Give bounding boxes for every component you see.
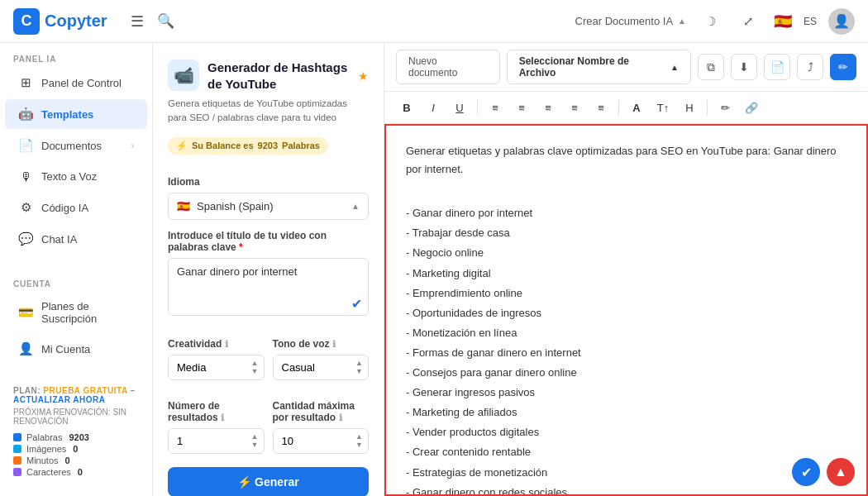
- titulo-input[interactable]: Ganar dinero por internet: [168, 258, 369, 316]
- mic-icon: 🎙: [18, 169, 33, 184]
- list-item: - Negocio online: [406, 243, 847, 263]
- creatividad-input[interactable]: [169, 355, 246, 379]
- pen-btn[interactable]: ✏: [714, 97, 736, 118]
- list-btn[interactable]: ≡: [590, 97, 612, 118]
- sidebar-item-templates[interactable]: 🤖 Templates: [5, 99, 147, 129]
- topnav-icons: ☰ 🔍: [131, 12, 174, 31]
- plan-name: PRUEBA GRATUITA: [43, 386, 127, 395]
- cantidad-caret[interactable]: ▲▼: [351, 432, 368, 449]
- idioma-select[interactable]: 🇪🇸 Spanish (Spain) ▲: [168, 193, 369, 220]
- sidebar-item-panel[interactable]: ⊞ Panel de Control: [5, 68, 147, 98]
- edit-btn[interactable]: ✏: [830, 54, 856, 80]
- app-logo: C Copyter: [13, 8, 107, 35]
- tab-nuevo-documento[interactable]: Nuevo documento: [396, 50, 500, 84]
- align-center-btn[interactable]: ≡: [511, 97, 532, 118]
- tool-icon: 📹: [168, 60, 199, 91]
- credit-dot-imagenes: [13, 445, 21, 453]
- crear-label: Crear Documento IA: [575, 15, 674, 27]
- num-resultados-caret[interactable]: ▲▼: [246, 432, 264, 449]
- idioma-value: Spanish (Spain): [197, 200, 274, 212]
- sidebar-item-label: Planes de Suscripción: [41, 300, 134, 325]
- crear-documento-btn[interactable]: Crear Documento IA ▲: [575, 15, 686, 27]
- list-item: - Ganar dinero con redes sociales: [406, 483, 847, 496]
- editor-toolbar: B I U ≡ ≡ ≡ ≡ ≡ A T↑ H ✏ 🔗: [384, 92, 868, 124]
- tab-seleccionar-archivo[interactable]: Seleccionar Nombre de Archivo ▲: [507, 50, 691, 84]
- editor-content[interactable]: Generar etiquetas y palabras clave optim…: [406, 142, 847, 496]
- editor-fab-scroll[interactable]: ▲: [827, 458, 855, 486]
- list-item: - Trabajar desde casa: [406, 223, 847, 243]
- credit-caracteres: Caracteres 0: [13, 467, 139, 477]
- align-justify-btn[interactable]: ≡: [564, 97, 585, 118]
- align-left-btn[interactable]: ≡: [484, 97, 506, 118]
- sidebar-item-mi-cuenta[interactable]: 👤 Mi Cuenta: [5, 334, 147, 364]
- align-right-btn[interactable]: ≡: [537, 97, 559, 118]
- creatividad-info-icon[interactable]: ℹ: [225, 339, 228, 349]
- sidebar-item-planes[interactable]: 💳 Planes de Suscripción: [5, 293, 147, 332]
- cantidad-group: Cantidad máxima por resultado ℹ ▲▼: [273, 390, 370, 454]
- sidebar-item-chat-ia[interactable]: 💬 Chat IA: [5, 224, 147, 254]
- plan-prefix: PLAN:: [13, 386, 43, 395]
- editor-area[interactable]: Generar etiquetas y palabras clave optim…: [384, 124, 868, 496]
- tono-info-icon[interactable]: ℹ: [332, 339, 336, 349]
- doc-btn[interactable]: 📄: [764, 54, 790, 80]
- sidebar-item-label: Chat IA: [41, 233, 77, 246]
- cantidad-input[interactable]: [274, 429, 351, 453]
- creatividad-label: Creatividad ℹ: [168, 338, 265, 350]
- credit-type: Minutos: [26, 455, 59, 465]
- list-item: - Vender productos digitales: [406, 422, 847, 442]
- sidebar-item-codigo-ia[interactable]: ⚙ Código IA: [5, 193, 147, 222]
- creatividad-select[interactable]: ▲▼: [168, 355, 265, 380]
- sidebar-item-label: Texto a Voz: [41, 170, 97, 183]
- share-btn[interactable]: ⤴: [797, 54, 823, 80]
- upgrade-link[interactable]: ACTUALIZAR AHORA: [13, 395, 106, 404]
- balance-unit: Palabras: [282, 141, 320, 150]
- options-grid: Creatividad ℹ ▲▼ Tono de voz ℹ ▲▼: [168, 328, 369, 380]
- link-btn[interactable]: 🔗: [741, 97, 762, 118]
- balance-value: 9203: [258, 141, 278, 150]
- dark-mode-btn[interactable]: ☽: [698, 8, 724, 35]
- generate-button[interactable]: ⚡ Generar: [168, 467, 369, 497]
- editor-bottom-actions: ✔ ▲: [792, 458, 855, 486]
- tono-caret[interactable]: ▲▼: [351, 359, 368, 375]
- bold-btn[interactable]: B: [396, 97, 417, 118]
- titulo-wrapper: Ganar dinero por internet ✔: [168, 258, 369, 318]
- sidebar: PANEL IA ⊞ Panel de Control 🤖 Templates …: [0, 43, 153, 496]
- heading-btn[interactable]: H: [679, 97, 700, 118]
- tono-select[interactable]: ▲▼: [273, 355, 370, 380]
- num-resultados-info-icon[interactable]: ℹ: [221, 413, 224, 422]
- editor-fab-check[interactable]: ✔: [792, 458, 820, 486]
- underline-btn[interactable]: U: [449, 97, 470, 118]
- toolbar-sep-2: [618, 100, 619, 115]
- subscription-icon: 💳: [18, 305, 33, 320]
- favorite-icon[interactable]: ★: [358, 69, 369, 83]
- italic-btn[interactable]: I: [422, 97, 444, 118]
- lightning-icon: ⚡: [176, 141, 188, 151]
- num-grid: Número de resultados ℹ ▲▼ Cantidad máxim…: [168, 390, 369, 454]
- tono-input[interactable]: [274, 355, 351, 379]
- search-icon[interactable]: 🔍: [157, 12, 174, 30]
- cantidad-info-icon[interactable]: ℹ: [339, 413, 342, 422]
- sidebar-item-label: Panel de Control: [41, 77, 122, 89]
- font-size-btn[interactable]: T↑: [652, 97, 674, 118]
- export-btn[interactable]: ⬇: [731, 54, 757, 80]
- num-resultados-input[interactable]: [169, 429, 246, 453]
- sidebar-item-texto-a-voz[interactable]: 🎙 Texto a Voz: [5, 162, 147, 191]
- expand-btn[interactable]: ⤢: [736, 8, 762, 35]
- credit-count-imagenes: 0: [73, 444, 78, 454]
- creatividad-group: Creatividad ℹ ▲▼: [168, 328, 265, 380]
- creatividad-caret[interactable]: ▲▼: [246, 359, 264, 375]
- main-layout: PANEL IA ⊞ Panel de Control 🤖 Templates …: [0, 43, 868, 496]
- idioma-flag: 🇪🇸: [177, 200, 190, 212]
- balance-text: Su Balance es: [192, 141, 254, 150]
- chat-icon: 💬: [18, 231, 33, 246]
- copy-btn[interactable]: ⧉: [698, 54, 724, 80]
- font-color-btn[interactable]: A: [626, 97, 647, 118]
- templates-icon: 🤖: [18, 107, 33, 122]
- doc-topbar: Nuevo documento Seleccionar Nombre de Ar…: [384, 43, 868, 92]
- required-star: *: [239, 241, 243, 253]
- balance-badge: ⚡ Su Balance es 9203 Palabras: [168, 137, 328, 155]
- menu-icon[interactable]: ☰: [131, 12, 144, 31]
- tab-caret-icon: ▲: [670, 63, 679, 72]
- user-avatar[interactable]: 👤: [828, 8, 855, 35]
- sidebar-item-documentos[interactable]: 📄 Documentos ›: [5, 131, 147, 160]
